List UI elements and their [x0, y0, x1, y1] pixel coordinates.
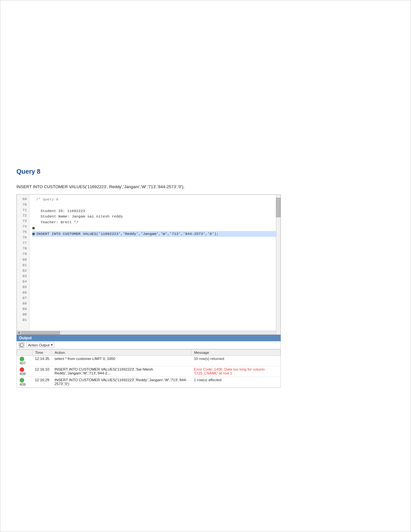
- table-header-row: Time Action Message: [17, 349, 280, 355]
- output-table: Time Action Message 40712:14:35select * …: [17, 349, 280, 388]
- line-number: 75: [19, 229, 27, 235]
- copy-icon: [20, 343, 24, 347]
- query-title: Query 8: [16, 168, 395, 175]
- code-text: Student Name: Jangam sai nitesh reddy: [36, 214, 123, 219]
- line-number: 89: [19, 306, 27, 312]
- output-table-container: Time Action Message 40712:14:35select * …: [16, 349, 281, 388]
- svg-rect-1: [21, 343, 23, 346]
- row-time: 12:16:10: [32, 366, 52, 377]
- code-line: [32, 271, 278, 277]
- scroll-track[interactable]: [21, 331, 277, 334]
- row-action: INSERT INTO CUSTOMER VALUES('11692223','…: [52, 377, 191, 387]
- code-line: [32, 243, 278, 248]
- code-text: INSERT INTO CUSTOMER VALUES('11692223','…: [36, 231, 219, 237]
- code-line: [32, 266, 278, 271]
- code-text: Student ID: 11692223: [36, 208, 85, 214]
- code-line: [32, 311, 278, 317]
- output-header: Output: [16, 335, 281, 341]
- line-number: 91: [19, 317, 27, 323]
- code-line: Student ID: 11692223: [32, 208, 278, 214]
- row-time: 12:14:35: [32, 355, 52, 366]
- line-number: 70: [19, 202, 27, 208]
- line-number: 81: [19, 263, 27, 268]
- code-line: [32, 288, 278, 294]
- row-message: 10 row(s) returned: [191, 355, 280, 366]
- row-action: select * from customer LIMIT 0, 1000: [52, 355, 191, 366]
- line-number: 69: [19, 197, 27, 202]
- success-icon: [20, 357, 24, 361]
- code-line: [32, 294, 278, 300]
- chevron-down-icon: ▾: [51, 343, 53, 347]
- table-row[interactable]: 40712:14:35select * from customer LIMIT …: [17, 355, 280, 366]
- col-action: Action: [52, 349, 191, 355]
- error-icon: [20, 367, 24, 372]
- breakpoint-dot[interactable]: [32, 227, 35, 229]
- row-status-cell: 408: [17, 366, 33, 377]
- code-line: [32, 237, 278, 243]
- line-number: 88: [19, 301, 27, 306]
- query-text: INSERT INTO CUSTOMER VALUES('11692223', …: [16, 184, 395, 189]
- line-number: 84: [19, 279, 27, 285]
- line-number: 76: [19, 235, 27, 240]
- output-panel: Output Action Output ▾ Time Action: [16, 335, 281, 388]
- code-line: Teacher: Brett */: [32, 219, 278, 225]
- line-numbers: 6970717273747576777879808182838485868788…: [17, 195, 30, 331]
- code-line: [32, 260, 278, 266]
- code-line: [32, 317, 278, 323]
- line-number: 87: [19, 295, 27, 301]
- line-number: 74: [19, 224, 27, 229]
- table-row[interactable]: 40812:16:10INSERT INTO CUSTOMER VALUES('…: [17, 366, 280, 377]
- code-line: Student Name: Jangam sai nitesh reddy: [32, 214, 278, 219]
- col-time: Time: [32, 349, 52, 355]
- line-number: 90: [19, 312, 27, 317]
- code-line: [32, 277, 278, 283]
- vertical-scrollbar[interactable]: [276, 195, 280, 334]
- line-number: 78: [19, 246, 27, 251]
- line-number: 85: [19, 285, 27, 290]
- editor-body: 6970717273747576777879808182838485868788…: [17, 195, 280, 331]
- horizontal-scrollbar[interactable]: ◀ ▶: [17, 331, 280, 334]
- line-number: 83: [19, 274, 27, 279]
- code-text: Teacher: Brett */: [36, 219, 78, 225]
- output-toolbar-icon[interactable]: [19, 342, 24, 348]
- line-number: 77: [19, 240, 27, 246]
- line-number: 86: [19, 290, 27, 295]
- table-row[interactable]: 40912:16:29INSERT INTO CUSTOMER VALUES('…: [17, 377, 280, 387]
- line-number: 73: [19, 218, 27, 224]
- line-number: 72: [19, 213, 27, 218]
- code-line: [32, 323, 278, 329]
- line-number: 71: [19, 208, 27, 213]
- row-status-cell: 409: [17, 377, 33, 387]
- code-line: INSERT INTO CUSTOMER VALUES('11692223','…: [32, 231, 278, 237]
- scroll-thumb[interactable]: [21, 331, 60, 334]
- line-number: 82: [19, 268, 27, 274]
- code-line: /* query 8: [32, 197, 278, 202]
- code-line: [32, 283, 278, 288]
- code-line: [32, 225, 278, 231]
- row-status-cell: 407: [17, 355, 33, 366]
- code-text: /* query 8: [36, 197, 58, 202]
- sql-editor[interactable]: 6970717273747576777879808182838485868788…: [16, 194, 281, 335]
- line-number: 79: [19, 251, 27, 257]
- row-message: 1 row(s) affected: [191, 377, 280, 387]
- action-output-select[interactable]: Action Output ▾: [26, 342, 54, 348]
- code-line: [32, 305, 278, 311]
- col-message: Message: [191, 349, 280, 355]
- code-line: [32, 254, 278, 260]
- row-number: 407: [20, 361, 26, 365]
- line-number: 80: [19, 257, 27, 263]
- breakpoint-dot[interactable]: [32, 233, 35, 235]
- code-line: [32, 300, 278, 306]
- row-message: Error Code: 1406. Data too long for colu…: [191, 366, 280, 377]
- scrollbar-thumb[interactable]: [276, 198, 280, 217]
- code-line: [32, 248, 278, 254]
- row-number: 408: [20, 372, 26, 376]
- code-area[interactable]: /* query 8 Student ID: 11692223 Student …: [30, 195, 280, 331]
- code-line: [32, 202, 278, 208]
- col-status: [17, 349, 33, 355]
- scroll-left-button[interactable]: ◀: [17, 331, 21, 334]
- row-number: 409: [20, 382, 26, 386]
- row-time: 12:16:29: [32, 377, 52, 387]
- row-action: INSERT INTO CUSTOMER VALUES('11692223','…: [52, 366, 191, 377]
- page: Query 8 INSERT INTO CUSTOMER VALUES('116…: [0, 0, 411, 532]
